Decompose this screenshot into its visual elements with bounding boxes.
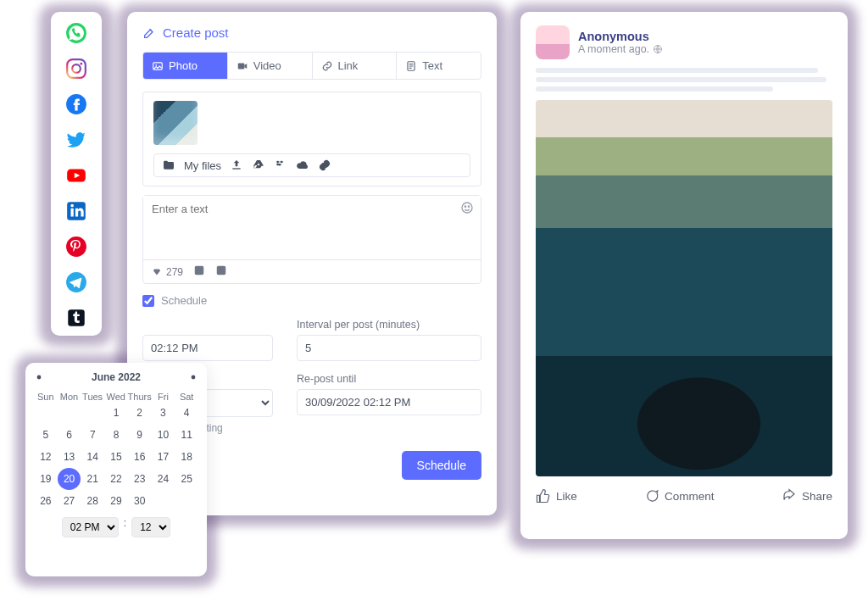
tab-link[interactable]: Link: [313, 53, 398, 79]
cal-day[interactable]: 12: [34, 446, 58, 468]
post-textarea[interactable]: [143, 196, 481, 257]
time-to-post-input[interactable]: [142, 335, 273, 361]
svg-point-16: [465, 206, 465, 207]
cal-day[interactable]: 19: [34, 468, 58, 490]
media-thumbnail[interactable]: [153, 101, 198, 145]
cal-day: [34, 402, 58, 424]
cal-day[interactable]: 7: [81, 424, 104, 446]
googledrive-icon[interactable]: [252, 159, 265, 172]
schedule-toggle[interactable]: Schedule: [142, 294, 481, 307]
cal-day[interactable]: 9: [128, 424, 152, 446]
svg-point-2: [72, 64, 81, 73]
cal-day: [58, 402, 81, 424]
like-button[interactable]: Like: [536, 488, 577, 504]
folder-icon: [162, 159, 175, 172]
cal-day[interactable]: 22: [104, 468, 128, 490]
cal-day[interactable]: 25: [175, 468, 198, 490]
share-button[interactable]: Share: [782, 488, 832, 504]
cal-dow: Mon: [58, 392, 81, 402]
myfiles-label[interactable]: My files: [184, 159, 221, 172]
cal-day[interactable]: 30: [128, 490, 152, 512]
svg-rect-12: [238, 63, 245, 69]
cal-day[interactable]: 2: [128, 402, 152, 424]
save-icon[interactable]: [215, 264, 227, 279]
instagram-icon[interactable]: [65, 58, 87, 80]
cal-day[interactable]: 13: [58, 446, 81, 468]
cal-day[interactable]: 10: [152, 424, 175, 446]
cal-day[interactable]: 14: [81, 446, 104, 468]
facebook-icon[interactable]: [65, 93, 87, 115]
preview-subtitle: A moment ago.: [578, 43, 663, 55]
svg-rect-18: [195, 266, 203, 274]
skeleton-line: [536, 86, 773, 92]
repost-until-field: Re-post until: [297, 373, 481, 434]
cal-hour-select[interactable]: 02 PM: [62, 517, 119, 537]
youtube-icon[interactable]: [65, 164, 87, 186]
cloud-icon[interactable]: [296, 159, 309, 172]
cal-min-select[interactable]: 12: [131, 517, 170, 537]
cal-day[interactable]: 20: [58, 468, 81, 490]
pinterest-icon[interactable]: [65, 236, 87, 258]
tumblr-icon[interactable]: [65, 307, 87, 329]
tab-photo[interactable]: Photo: [143, 53, 228, 79]
media-area: My files: [142, 92, 481, 186]
layout-icon[interactable]: [193, 264, 205, 279]
cal-day[interactable]: 28: [81, 490, 104, 512]
cal-day[interactable]: 29: [104, 490, 128, 512]
whatsapp-icon[interactable]: [65, 22, 87, 44]
repost-until-input[interactable]: [297, 389, 481, 415]
cal-day[interactable]: 11: [175, 424, 198, 446]
link-icon[interactable]: [318, 159, 331, 172]
cal-day[interactable]: 21: [81, 468, 104, 490]
cal-next[interactable]: [190, 371, 197, 383]
svg-point-11: [155, 64, 157, 65]
cal-day[interactable]: 15: [104, 446, 128, 468]
cal-day[interactable]: 24: [152, 468, 175, 490]
social-sidebar: [51, 12, 102, 336]
calendar: June 2022 SunMonTuesWedThursFriSat 12345…: [25, 363, 207, 576]
linkedin-icon[interactable]: [65, 200, 87, 222]
cal-day[interactable]: 5: [34, 424, 58, 446]
schedule-button[interactable]: Schedule: [402, 451, 481, 480]
cal-day[interactable]: 27: [58, 490, 81, 512]
interval-input[interactable]: [297, 335, 481, 361]
schedule-checkbox[interactable]: [142, 295, 154, 307]
cal-day: [175, 490, 198, 512]
cal-day[interactable]: 17: [152, 446, 175, 468]
cal-day[interactable]: 1: [104, 402, 128, 424]
svg-rect-1: [67, 59, 86, 78]
tab-text[interactable]: Text: [397, 53, 481, 79]
cal-day: [81, 402, 104, 424]
telegram-icon[interactable]: [65, 271, 87, 293]
svg-point-21: [37, 376, 42, 380]
cal-day[interactable]: 18: [175, 446, 198, 468]
comment-button[interactable]: Comment: [644, 488, 715, 504]
dropbox-icon[interactable]: [274, 159, 287, 172]
cal-dow: Tues: [81, 392, 104, 402]
textbox-footer: 279: [143, 259, 481, 283]
svg-rect-14: [232, 168, 240, 169]
avatar: [536, 25, 570, 59]
cal-day[interactable]: 3: [152, 402, 175, 424]
cal-prev[interactable]: [36, 371, 42, 383]
cal-day[interactable]: 6: [58, 424, 81, 446]
cal-dow: Sun: [34, 392, 58, 402]
svg-point-7: [66, 237, 86, 257]
cal-day[interactable]: 8: [104, 424, 128, 446]
svg-point-17: [468, 206, 469, 207]
cal-day[interactable]: 26: [34, 490, 58, 512]
preview-image: [536, 100, 832, 476]
cal-day[interactable]: 16: [128, 446, 152, 468]
cal-day[interactable]: 4: [175, 402, 198, 424]
cal-dow: Thurs: [128, 392, 152, 402]
twitter-icon[interactable]: [65, 129, 87, 151]
svg-point-15: [462, 203, 472, 213]
emoji-icon[interactable]: [460, 201, 474, 217]
upload-icon[interactable]: [230, 159, 243, 172]
preview-panel: Anonymous A moment ago. Like Comment Sha…: [520, 12, 848, 539]
skeleton-line: [536, 77, 826, 82]
preview-author: Anonymous: [578, 30, 663, 43]
cal-day[interactable]: 23: [128, 468, 152, 490]
compose-title: Create post: [142, 25, 481, 40]
tab-video[interactable]: Video: [228, 53, 313, 79]
